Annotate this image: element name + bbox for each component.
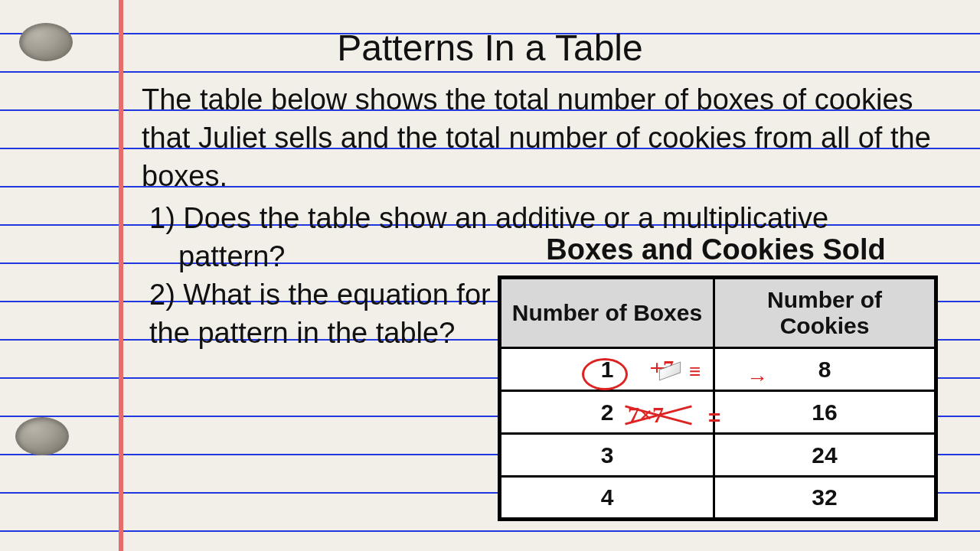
table-header-row: Number of Boxes Number of Cookies <box>500 278 936 348</box>
cell-boxes: 4 <box>500 477 714 520</box>
cell-cookies: 32 <box>714 477 936 520</box>
header-cookies: Number of Cookies <box>714 278 936 348</box>
cell-boxes: 1 <box>500 348 714 391</box>
cell-boxes: 2 <box>500 391 714 434</box>
cell-boxes: 3 <box>500 434 714 477</box>
cell-cookies: 24 <box>714 434 936 477</box>
header-boxes: Number of Boxes <box>500 278 714 348</box>
question-1-number: 1) <box>149 202 175 234</box>
table-row: 4 32 <box>500 477 936 520</box>
page-title: Patterns In a Table <box>0 27 980 69</box>
question-2: 2) What is the equation for the pattern … <box>149 276 494 352</box>
question-1-line1: Does the table show an additive or a mul… <box>183 202 828 234</box>
table-title: Boxes and Cookies Sold <box>536 233 896 266</box>
intro-text: The table below shows the total number o… <box>142 80 957 195</box>
cell-cookies: 16 <box>714 391 936 434</box>
table-row: 1 8 <box>500 348 936 391</box>
cell-cookies: 8 <box>714 348 936 391</box>
table-row: 2 16 <box>500 391 936 434</box>
data-table: Number of Boxes Number of Cookies 1 8 2 … <box>498 276 938 521</box>
question-2-text: What is the equation for the pattern in … <box>149 279 491 349</box>
question-2-number: 2) <box>149 279 175 311</box>
table-row: 3 24 <box>500 434 936 477</box>
